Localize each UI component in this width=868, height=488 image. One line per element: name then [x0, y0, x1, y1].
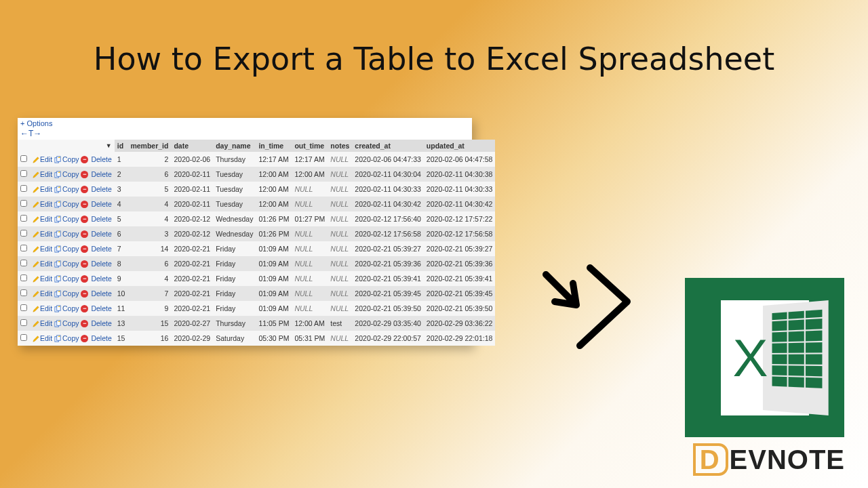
sort-arrows[interactable]: ←T→: [18, 129, 472, 140]
row-checkbox[interactable]: [20, 200, 27, 207]
delete-link[interactable]: Delete: [91, 289, 111, 298]
edit-link[interactable]: Edit: [40, 200, 52, 208]
row-checkbox[interactable]: [20, 245, 27, 251]
row-checkbox[interactable]: [20, 215, 27, 222]
delete-link[interactable]: Delete: [91, 245, 111, 253]
delete-link[interactable]: Delete: [91, 185, 111, 193]
cell-checkbox[interactable]: [18, 256, 30, 271]
delete-link[interactable]: Delete: [91, 155, 111, 163]
copy-link[interactable]: Copy: [62, 215, 79, 223]
cell-checkbox[interactable]: [18, 241, 30, 256]
cell-checkbox[interactable]: [18, 152, 30, 167]
col-member-id[interactable]: member_id: [127, 140, 171, 152]
delete-link[interactable]: Delete: [91, 319, 111, 327]
copy-link[interactable]: Copy: [62, 334, 79, 342]
table-row[interactable]: Edit Copy − Delete122020-02-06Thursday12…: [18, 152, 495, 167]
copy-link[interactable]: Copy: [62, 245, 79, 253]
row-checkbox[interactable]: [20, 155, 27, 162]
delete-icon[interactable]: −: [81, 186, 88, 193]
delete-icon[interactable]: −: [81, 260, 88, 268]
cell-checkbox[interactable]: [18, 167, 30, 182]
edit-link[interactable]: Edit: [40, 260, 52, 268]
row-checkbox[interactable]: [20, 274, 27, 281]
delete-link[interactable]: Delete: [91, 230, 111, 238]
delete-icon[interactable]: −: [81, 335, 88, 342]
edit-link[interactable]: Edit: [40, 319, 52, 327]
delete-icon[interactable]: −: [81, 290, 88, 298]
row-checkbox[interactable]: [20, 260, 27, 266]
edit-link[interactable]: Edit: [40, 185, 52, 193]
row-checkbox[interactable]: [20, 185, 27, 192]
table-row[interactable]: Edit Copy − Delete15162020-02-29Saturday…: [18, 331, 495, 346]
table-row[interactable]: Edit Copy − Delete1072020-02-21Friday01:…: [18, 286, 495, 301]
copy-link[interactable]: Copy: [62, 185, 79, 193]
table-row[interactable]: Edit Copy − Delete262020-02-11Tuesday12:…: [18, 167, 495, 182]
delete-icon[interactable]: −: [81, 171, 88, 178]
table-row[interactable]: Edit Copy − Delete862020-02-21Friday01:0…: [18, 256, 495, 271]
col-day-name[interactable]: day_name: [213, 140, 256, 152]
options-link[interactable]: + Options: [18, 118, 472, 129]
table-row[interactable]: Edit Copy − Delete352020-02-11Tuesday12:…: [18, 182, 495, 197]
copy-link[interactable]: Copy: [62, 155, 79, 163]
row-checkbox[interactable]: [20, 304, 27, 311]
cell-checkbox[interactable]: [18, 182, 30, 197]
col-updated-at[interactable]: updated_at: [424, 140, 496, 152]
delete-icon[interactable]: −: [81, 230, 88, 238]
col-out-time[interactable]: out_time: [292, 140, 328, 152]
delete-link[interactable]: Delete: [91, 334, 111, 342]
col-id[interactable]: id: [115, 140, 128, 152]
table-row[interactable]: Edit Copy − Delete13152020-02-27Thursday…: [18, 316, 495, 331]
delete-link[interactable]: Delete: [91, 260, 111, 268]
edit-link[interactable]: Edit: [40, 334, 52, 342]
edit-link[interactable]: Edit: [40, 245, 52, 253]
delete-link[interactable]: Delete: [91, 200, 111, 208]
cell-checkbox[interactable]: [18, 286, 30, 301]
copy-link[interactable]: Copy: [62, 304, 79, 312]
cell-checkbox[interactable]: [18, 197, 30, 211]
cell-checkbox[interactable]: [18, 211, 30, 226]
delete-icon[interactable]: −: [81, 216, 88, 223]
delete-icon[interactable]: −: [81, 201, 88, 208]
sort-icon[interactable]: ▼: [106, 142, 112, 149]
edit-link[interactable]: Edit: [40, 274, 52, 283]
delete-icon[interactable]: −: [81, 305, 88, 312]
edit-link[interactable]: Edit: [40, 304, 52, 312]
copy-link[interactable]: Copy: [62, 260, 79, 268]
delete-link[interactable]: Delete: [91, 274, 111, 283]
copy-link[interactable]: Copy: [62, 319, 79, 327]
row-checkbox[interactable]: [20, 230, 27, 237]
col-created-at[interactable]: created_at: [352, 140, 424, 152]
copy-link[interactable]: Copy: [62, 200, 79, 208]
delete-link[interactable]: Delete: [91, 304, 111, 312]
table-row[interactable]: Edit Copy − Delete542020-02-12Wednesday0…: [18, 211, 495, 226]
edit-link[interactable]: Edit: [40, 230, 52, 238]
edit-link[interactable]: Edit: [40, 289, 52, 298]
row-checkbox[interactable]: [20, 289, 27, 296]
table-row[interactable]: Edit Copy − Delete1192020-02-21Friday01:…: [18, 301, 495, 316]
delete-icon[interactable]: −: [81, 320, 88, 327]
cell-checkbox[interactable]: [18, 226, 30, 241]
delete-icon[interactable]: −: [81, 245, 88, 253]
copy-link[interactable]: Copy: [62, 289, 79, 298]
table-row[interactable]: Edit Copy − Delete442020-02-11Tuesday12:…: [18, 197, 495, 211]
col-date[interactable]: date: [171, 140, 213, 152]
delete-link[interactable]: Delete: [91, 170, 111, 178]
copy-link[interactable]: Copy: [62, 230, 79, 238]
table-row[interactable]: Edit Copy − Delete7142020-02-21Friday01:…: [18, 241, 495, 256]
copy-link[interactable]: Copy: [62, 170, 79, 178]
copy-link[interactable]: Copy: [62, 274, 79, 283]
col-notes[interactable]: notes: [328, 140, 352, 152]
edit-link[interactable]: Edit: [40, 215, 52, 223]
delete-icon[interactable]: −: [81, 275, 88, 283]
cell-checkbox[interactable]: [18, 301, 30, 316]
delete-link[interactable]: Delete: [91, 215, 111, 223]
row-checkbox[interactable]: [20, 334, 27, 341]
edit-link[interactable]: Edit: [40, 170, 52, 178]
table-row[interactable]: Edit Copy − Delete632020-02-12Wednesday0…: [18, 226, 495, 241]
cell-checkbox[interactable]: [18, 331, 30, 346]
delete-icon[interactable]: −: [81, 156, 88, 163]
cell-checkbox[interactable]: [18, 316, 30, 331]
row-checkbox[interactable]: [20, 170, 27, 177]
row-checkbox[interactable]: [20, 319, 27, 326]
table-row[interactable]: Edit Copy − Delete942020-02-21Friday01:0…: [18, 271, 495, 286]
